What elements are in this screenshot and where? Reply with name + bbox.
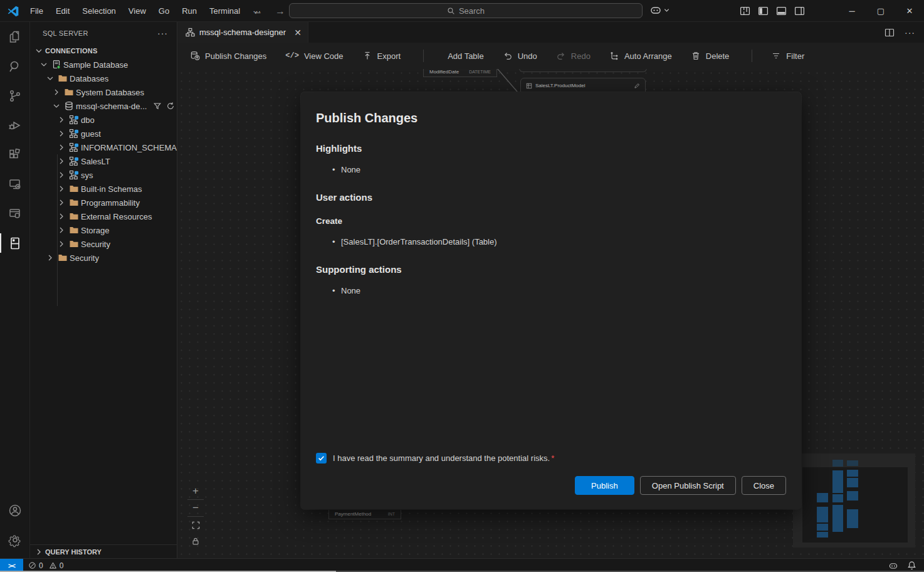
- tree-item-system-databases[interactable]: System Databases: [30, 85, 177, 99]
- copilot-menu[interactable]: [649, 4, 669, 16]
- close-dialog-button[interactable]: Close: [742, 476, 786, 495]
- tree-item-security[interactable]: Security: [30, 237, 177, 251]
- titlebar: FileEditSelectionViewGoRunTerminal··· ← …: [0, 0, 924, 22]
- schema-minimap[interactable]: [793, 453, 915, 548]
- table-row-paymentmethod[interactable]: PaymentMethod INT: [328, 508, 401, 519]
- export-button[interactable]: Export: [362, 51, 401, 61]
- source-control-icon[interactable]: [0, 81, 30, 110]
- chevron-right-icon[interactable]: [56, 184, 66, 194]
- auto-arrange-button[interactable]: Auto Arrange: [609, 51, 672, 61]
- connections-section-header[interactable]: CONNECTIONS: [30, 44, 177, 58]
- zoom-in-button[interactable]: +: [186, 483, 205, 499]
- chevron-down-icon[interactable]: [51, 101, 61, 111]
- chevron-right-icon[interactable]: [45, 253, 55, 263]
- search-sidebar-icon[interactable]: [0, 51, 30, 81]
- filter-icon[interactable]: [153, 102, 162, 110]
- tree-item-sys[interactable]: sys: [30, 168, 177, 182]
- menu-go[interactable]: Go: [152, 4, 176, 19]
- tree-item-databases[interactable]: Databases: [30, 72, 177, 85]
- designer-toolbar: Publish Changes</>View CodeExportAdd Tab…: [177, 43, 924, 69]
- tree-item-saleslt[interactable]: SalesLT: [30, 154, 177, 168]
- chevron-right-icon[interactable]: [56, 225, 66, 235]
- explorer-icon[interactable]: [0, 22, 30, 51]
- risk-acknowledgement-row: I have read the summary and understand t…: [316, 453, 554, 463]
- tree-item-guest[interactable]: guest: [30, 127, 177, 140]
- tab-close-icon[interactable]: ✕: [294, 28, 302, 37]
- window-controls: ─ ▢ ✕: [837, 0, 924, 22]
- tab-mssql-schema-designer[interactable]: mssql-schema-designer ✕: [177, 22, 308, 43]
- split-editor-icon[interactable]: [885, 28, 895, 38]
- risk-acknowledgement-checkbox[interactable]: [316, 453, 327, 463]
- tree-item-security[interactable]: Security: [30, 251, 177, 265]
- edit-pencil-icon[interactable]: [634, 83, 640, 89]
- zoom-fit-button[interactable]: [186, 517, 205, 533]
- toggle-secondary-sidebar-icon[interactable]: [794, 6, 805, 16]
- remote-indicator[interactable]: ><: [0, 559, 23, 572]
- lock-canvas-button[interactable]: [186, 533, 205, 549]
- sidebar-more-actions[interactable]: ···: [157, 28, 168, 38]
- tree-item-external-resources[interactable]: External Resources: [30, 209, 177, 223]
- forward-arrow-icon[interactable]: →: [273, 6, 287, 17]
- chevron-right-icon[interactable]: [56, 170, 66, 180]
- chevron-right-icon[interactable]: [56, 142, 66, 152]
- filter-icon: [771, 51, 781, 61]
- back-arrow-icon[interactable]: ←: [251, 6, 265, 17]
- tree-item-dbo[interactable]: dbo: [30, 113, 177, 127]
- problems-indicator[interactable]: 0 0: [28, 561, 63, 570]
- column-type: DATETIME: [469, 70, 491, 74]
- zoom-out-button[interactable]: −: [186, 500, 205, 516]
- customize-layout-icon[interactable]: [740, 6, 750, 16]
- notifications-bell-icon[interactable]: [907, 561, 916, 570]
- settings-gear-icon[interactable]: [0, 525, 30, 554]
- chevron-right-icon[interactable]: [56, 129, 66, 139]
- toggle-panel-icon[interactable]: [776, 6, 787, 16]
- supporting-actions-heading: Supporting actions: [316, 264, 801, 275]
- add-table-button[interactable]: Add Table: [443, 51, 484, 61]
- chevron-right-icon[interactable]: [56, 156, 66, 166]
- chevron-right-icon[interactable]: [56, 198, 66, 208]
- close-window-button[interactable]: ✕: [895, 0, 924, 22]
- tree-item-actions: [153, 102, 175, 110]
- menu-edit[interactable]: Edit: [50, 4, 76, 19]
- minimize-button[interactable]: ─: [837, 0, 866, 22]
- menu-run[interactable]: Run: [176, 4, 203, 19]
- tree-item-sample-database[interactable]: Sample Database: [30, 58, 177, 72]
- tree-item-built-in-schemas[interactable]: Built-in Schemas: [30, 182, 177, 196]
- filter-button[interactable]: Filter: [771, 51, 804, 61]
- toggle-primary-sidebar-icon[interactable]: [758, 6, 769, 16]
- run-debug-icon[interactable]: [0, 110, 30, 140]
- chevron-right-icon[interactable]: [56, 211, 66, 221]
- menu-terminal[interactable]: Terminal: [203, 4, 246, 19]
- sql-server-icon[interactable]: [0, 228, 30, 258]
- tree-item-programmability[interactable]: Programmability: [30, 196, 177, 209]
- delete-button[interactable]: Delete: [691, 51, 730, 61]
- tabbar-more-icon[interactable]: ···: [905, 28, 915, 38]
- chevron-down-icon[interactable]: [39, 60, 49, 70]
- menu-file[interactable]: File: [24, 4, 50, 19]
- chevron-right-icon[interactable]: [56, 115, 66, 125]
- maximize-button[interactable]: ▢: [866, 0, 895, 22]
- undo-button[interactable]: Undo: [503, 51, 537, 61]
- menu-view[interactable]: View: [122, 4, 152, 19]
- command-search-input[interactable]: Search: [289, 3, 643, 18]
- chevron-right-icon[interactable]: [56, 239, 66, 249]
- menu-selection[interactable]: Selection: [76, 4, 122, 19]
- open-publish-script-button[interactable]: Open Publish Script: [640, 476, 736, 495]
- publish-changes-button[interactable]: Publish Changes: [190, 51, 266, 61]
- extensions-icon[interactable]: [0, 140, 30, 169]
- tree-item-mssql-schema-de[interactable]: mssql-schema-de...: [30, 99, 177, 113]
- remote-explorer-icon[interactable]: [0, 169, 30, 199]
- publish-button[interactable]: Publish: [575, 476, 634, 495]
- database-projects-icon[interactable]: [0, 199, 30, 228]
- zoom-controls: + −: [186, 483, 205, 549]
- tree-item-storage[interactable]: Storage: [30, 223, 177, 237]
- chevron-down-icon[interactable]: [45, 73, 55, 83]
- account-icon[interactable]: [0, 495, 30, 525]
- view-code-button[interactable]: </>View Code: [285, 51, 343, 61]
- copilot-status-icon[interactable]: [888, 561, 898, 571]
- schema-icon: [68, 129, 79, 139]
- tree-item-information-schema[interactable]: INFORMATION_SCHEMA: [30, 140, 177, 154]
- chevron-right-icon[interactable]: [51, 87, 61, 97]
- refresh-icon[interactable]: [166, 102, 175, 110]
- query-history-section-header[interactable]: QUERY HISTORY: [30, 544, 177, 558]
